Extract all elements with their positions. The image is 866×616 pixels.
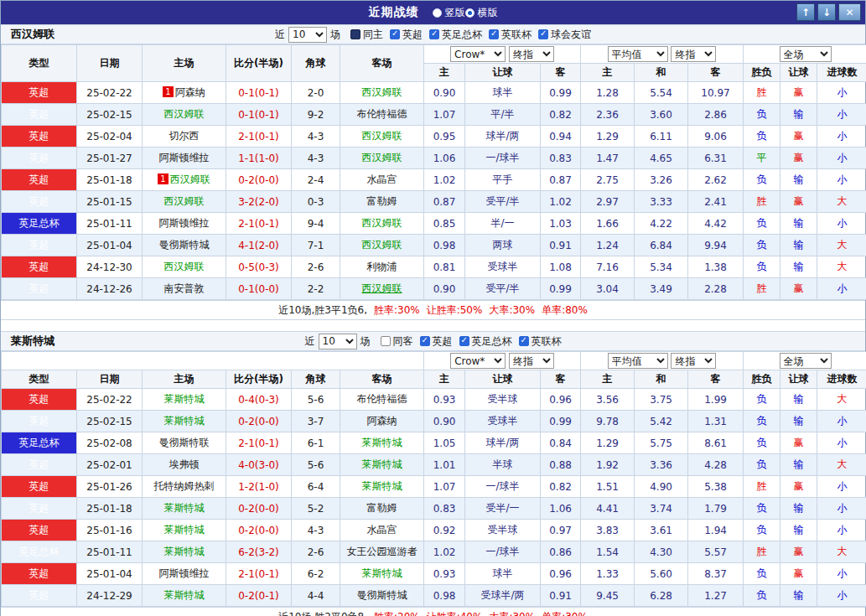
home-team-cell[interactable]: 阿斯顿维拉 bbox=[143, 148, 226, 169]
away-team-cell[interactable]: 利物浦 bbox=[340, 256, 424, 278]
home-team-cell[interactable]: 莱斯特城 bbox=[143, 585, 226, 607]
close-button[interactable]: ✕ bbox=[838, 3, 861, 21]
avg-time-select[interactable]: 终指 bbox=[671, 353, 716, 369]
team-name: 西汉姆联 bbox=[11, 27, 54, 42]
home-team-cell[interactable]: 阿斯顿维拉 bbox=[143, 213, 226, 235]
filter-checkbox[interactable]: 英足总杯 bbox=[459, 334, 512, 349]
filter-checkbox[interactable]: 英足总杯 bbox=[429, 28, 482, 42]
scope-select[interactable]: 全场 bbox=[780, 46, 832, 62]
home-team-cell[interactable]: 莱斯特城 bbox=[143, 411, 226, 432]
home-team-cell[interactable]: 莱斯特城 bbox=[143, 541, 226, 563]
away-team-cell[interactable]: 水晶宫 bbox=[340, 520, 424, 541]
filter-checkbox[interactable]: 英联杯 bbox=[489, 28, 532, 42]
date-cell: 25-01-11 bbox=[77, 541, 143, 563]
away-team-cell[interactable]: 曼彻斯特城 bbox=[340, 585, 424, 607]
league-cell: 英足总杯 bbox=[2, 432, 77, 454]
avg-away-cell: 9.06 bbox=[688, 126, 744, 148]
home-team-cell[interactable]: 曼彻斯特联 bbox=[143, 432, 226, 454]
layout-radio[interactable]: 竖版 bbox=[433, 6, 465, 20]
goals-cell: 小 bbox=[817, 126, 866, 148]
checkbox-label: 同主 bbox=[363, 28, 383, 42]
odds-time-select[interactable]: 终指 bbox=[509, 46, 554, 62]
match-row: 英超25-01-04阿斯顿维拉2-1(0-1)6-2莱斯特城0.93球半0.96… bbox=[2, 563, 866, 585]
home-team-cell[interactable]: 托特纳姆热刺 bbox=[143, 476, 226, 498]
match-row: 英超25-02-04切尔西2-1(0-1)4-3西汉姆联0.95球半/两0.94… bbox=[2, 126, 866, 148]
handicap-cell: 球半/两 bbox=[465, 432, 541, 454]
odds-away-cell: 0.91 bbox=[541, 585, 581, 607]
corner-cell: 4-3 bbox=[292, 126, 340, 148]
away-team-cell[interactable]: 布伦特福德 bbox=[340, 389, 424, 411]
away-team-cell[interactable]: 水晶宫 bbox=[340, 169, 424, 191]
away-team-cell[interactable]: 阿森纳 bbox=[340, 411, 424, 432]
away-team-cell[interactable]: 莱斯特城 bbox=[340, 563, 424, 585]
away-team-cell[interactable]: 西汉姆联 bbox=[340, 148, 424, 169]
away-team-cell[interactable]: 西汉姆联 bbox=[340, 126, 424, 148]
home-team-cell[interactable]: 西汉姆联 bbox=[143, 256, 226, 278]
away-team-name: 西汉姆联 bbox=[362, 152, 402, 163]
scope-select[interactable]: 全场 bbox=[780, 353, 832, 369]
home-team-cell[interactable]: 1西汉姆联 bbox=[143, 169, 226, 191]
odds-time-select[interactable]: 终指 bbox=[509, 353, 554, 369]
away-team-cell[interactable]: 富勒姆 bbox=[340, 498, 424, 520]
league-cell: 英超 bbox=[2, 476, 77, 498]
avg-time-select[interactable]: 终指 bbox=[671, 46, 716, 62]
matches-table: Crow* 终指 平均值 终指 全场 类型 日期 主场 比分(半场) bbox=[1, 351, 866, 607]
header-spacer bbox=[2, 352, 424, 370]
goals-cell: 小 bbox=[817, 563, 866, 585]
recent-count-select[interactable]: 10 bbox=[288, 27, 327, 43]
checkbox-label: 英超 bbox=[433, 334, 453, 349]
home-team-cell[interactable]: 莱斯特城 bbox=[143, 498, 226, 520]
league-cell: 英超 bbox=[2, 585, 77, 607]
away-team-cell[interactable]: 西汉姆联 bbox=[340, 213, 424, 235]
col-header-odds-away: 客 bbox=[541, 64, 581, 82]
odds-home-cell: 0.90 bbox=[424, 411, 465, 432]
avg-away-cell: 2.41 bbox=[688, 191, 744, 213]
odds-company-select[interactable]: Crow* bbox=[450, 46, 506, 62]
handicap-result-cell: 输 bbox=[780, 235, 817, 256]
home-team-cell[interactable]: 南安普敦 bbox=[143, 278, 226, 300]
filter-checkbox[interactable]: 英超 bbox=[420, 334, 453, 349]
away-team-cell[interactable]: 富勒姆 bbox=[340, 191, 424, 213]
home-team-cell[interactable]: 曼彻斯特城 bbox=[143, 235, 226, 256]
avg-select[interactable]: 平均值 bbox=[608, 46, 668, 62]
away-team-cell[interactable]: 布伦特福德 bbox=[340, 104, 424, 126]
home-team-cell[interactable]: 切尔西 bbox=[143, 126, 226, 148]
odds-company-select[interactable]: Crow* bbox=[450, 353, 506, 369]
score-cell: 4-0(3-0) bbox=[226, 454, 292, 476]
summary-stat: 让胜率:50% bbox=[427, 303, 483, 318]
avg-select[interactable]: 平均值 bbox=[608, 353, 668, 369]
home-team-cell[interactable]: 西汉姆联 bbox=[143, 104, 226, 126]
checkbox-icon bbox=[420, 336, 430, 346]
layout-radio[interactable]: 横版 bbox=[465, 6, 498, 20]
filter-checkbox[interactable]: 同主 bbox=[350, 28, 383, 42]
home-team-cell[interactable]: 莱斯特城 bbox=[143, 389, 226, 411]
date-cell: 25-01-18 bbox=[77, 169, 143, 191]
home-team-cell[interactable]: 莱斯特城 bbox=[143, 520, 226, 541]
away-team-cell[interactable]: 莱斯特城 bbox=[340, 476, 424, 498]
filter-checkbox[interactable]: 英联杯 bbox=[519, 334, 562, 349]
corner-cell: 3-7 bbox=[292, 411, 340, 432]
summary-stat: 让胜率:40% bbox=[427, 610, 483, 616]
handicap-result-cell: 输 bbox=[780, 104, 817, 126]
filter-checkbox[interactable]: 球会友谊 bbox=[538, 28, 591, 42]
recent-count-select[interactable]: 10 bbox=[319, 334, 357, 349]
home-team-cell[interactable]: 西汉姆联 bbox=[143, 191, 226, 213]
handicap-cell: 球半/两 bbox=[465, 126, 541, 148]
home-team-cell[interactable]: 1阿森纳 bbox=[143, 82, 226, 104]
filter-checkbox[interactable]: 同客 bbox=[381, 334, 413, 349]
col-header-score: 比分(半场) bbox=[226, 45, 292, 82]
handicap-result-cell: 赢 bbox=[780, 476, 817, 498]
home-team-cell[interactable]: 埃弗顿 bbox=[143, 454, 226, 476]
scroll-up-button[interactable]: ↑ bbox=[796, 3, 815, 21]
away-team-cell[interactable]: 西汉姆联 bbox=[340, 278, 424, 300]
away-team-cell[interactable]: 女王公园巡游者 bbox=[340, 541, 424, 563]
avg-home-cell: 1.33 bbox=[581, 563, 635, 585]
scroll-down-button[interactable]: ↓ bbox=[817, 3, 836, 21]
away-team-cell[interactable]: 莱斯特城 bbox=[340, 454, 424, 476]
away-team-cell[interactable]: 西汉姆联 bbox=[340, 235, 424, 256]
home-team-cell[interactable]: 阿斯顿维拉 bbox=[143, 563, 226, 585]
away-team-cell[interactable]: 西汉姆联 bbox=[340, 82, 424, 104]
filter-checkbox[interactable]: 英超 bbox=[390, 28, 423, 42]
away-team-cell[interactable]: 莱斯特城 bbox=[340, 432, 424, 454]
date-cell: 25-02-15 bbox=[77, 411, 143, 432]
